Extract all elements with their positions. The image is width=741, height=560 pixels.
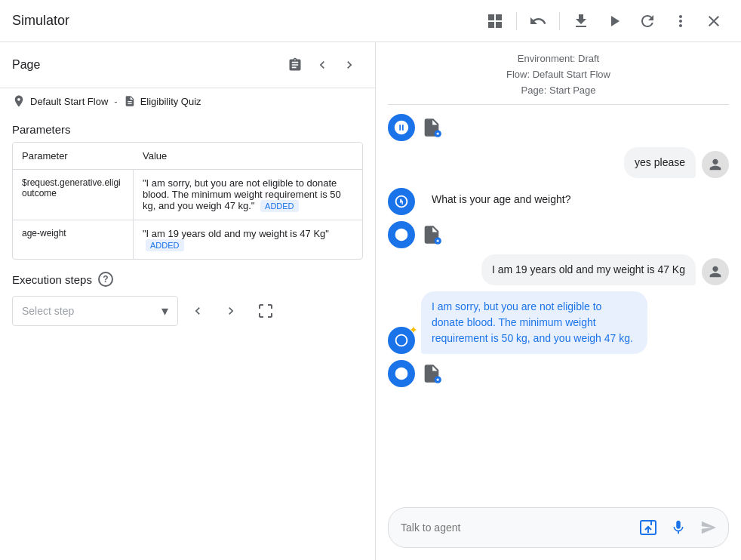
dropdown-arrow-icon: ▾ bbox=[161, 303, 168, 319]
chat-input-area bbox=[376, 498, 741, 560]
flow-name: Default Start Flow bbox=[30, 96, 108, 107]
agent-bubble-ai: I am sorry, but you are not eligible to … bbox=[421, 291, 647, 354]
col-value: Value bbox=[134, 143, 362, 169]
param-value-1: "I am 19 years old and my weight is 47 K… bbox=[134, 220, 362, 259]
download-button[interactable] bbox=[566, 6, 596, 36]
more-vert-button[interactable] bbox=[666, 6, 696, 36]
chat-row-agent-ai: ✦ I am sorry, but you are not eligible t… bbox=[388, 291, 729, 354]
execution-controls: Select step ▾ bbox=[12, 296, 363, 326]
param-name-1: age-weight bbox=[13, 220, 134, 259]
agent-bubble-1: What is your age and weight? bbox=[421, 184, 581, 215]
page-item: Eligibility Quiz bbox=[124, 95, 201, 107]
right-panel: Environment: Draft Flow: Default Start F… bbox=[376, 42, 741, 560]
table-row: $request.generative.eligioutcome "I am s… bbox=[13, 170, 362, 220]
focus-button[interactable] bbox=[251, 296, 281, 326]
chat-row-doc-3 bbox=[388, 360, 729, 387]
chat-row-user-1: yes please bbox=[388, 147, 729, 178]
undo-button[interactable] bbox=[523, 6, 553, 36]
step-prev-button[interactable] bbox=[184, 297, 211, 325]
chat-input-box bbox=[388, 507, 729, 548]
param-name-0: $request.generative.eligioutcome bbox=[13, 170, 134, 220]
agent-avatar-2 bbox=[388, 188, 415, 215]
page-header: Page bbox=[0, 42, 375, 88]
page-icon bbox=[124, 95, 136, 107]
agent-avatar-1 bbox=[388, 114, 415, 141]
prev-button[interactable] bbox=[309, 51, 336, 78]
doc-icon-2 bbox=[421, 221, 442, 248]
added-badge-1: ADDED bbox=[146, 239, 184, 251]
left-panel: Page Default Start Flow - bbox=[0, 42, 376, 560]
chat-row-doc-2 bbox=[388, 221, 729, 248]
divider-2 bbox=[559, 12, 560, 30]
next-button[interactable] bbox=[336, 51, 363, 78]
added-badge-0: ADDED bbox=[260, 200, 299, 212]
step-select-label: Select step bbox=[22, 305, 74, 317]
chat-row-user-2: I am 19 years old and my weight is 47 Kg bbox=[388, 254, 729, 285]
flow-sep: - bbox=[114, 96, 117, 107]
help-icon[interactable]: ? bbox=[98, 272, 113, 287]
execution-steps-label: Execution steps bbox=[12, 273, 92, 286]
parameters-table: Parameter Value $request.generative.elig… bbox=[12, 142, 363, 260]
page-name: Eligibility Quiz bbox=[140, 96, 201, 107]
user-avatar-1 bbox=[702, 151, 729, 178]
enter-button[interactable] bbox=[635, 514, 662, 541]
table-header: Parameter Value bbox=[13, 143, 362, 170]
header-actions bbox=[480, 6, 729, 36]
doc-icon-1 bbox=[421, 114, 442, 141]
param-value-0: "I am sorry, but you are not eligible to… bbox=[134, 170, 362, 220]
divider-1 bbox=[516, 12, 517, 30]
agent-avatar-4 bbox=[388, 360, 415, 387]
table-row: age-weight "I am 19 years old and my wei… bbox=[13, 220, 362, 259]
send-button[interactable] bbox=[695, 514, 722, 541]
user-avatar-2 bbox=[702, 258, 729, 285]
flow-icon bbox=[12, 94, 26, 108]
env-info: Environment: Draft Flow: Default Start F… bbox=[376, 42, 741, 104]
clipboard-button[interactable] bbox=[281, 51, 309, 78]
chat-input-field[interactable] bbox=[401, 522, 632, 534]
doc-icon-3 bbox=[421, 360, 442, 387]
execution-section: Execution steps ? Select step ▾ bbox=[0, 260, 375, 338]
execution-label-row: Execution steps ? bbox=[12, 272, 363, 287]
page-section-title: Page bbox=[12, 58, 281, 72]
main-content: Page Default Start Flow - bbox=[0, 42, 741, 560]
user-bubble-1: yes please bbox=[624, 147, 696, 178]
col-parameter: Parameter bbox=[13, 143, 134, 169]
refresh-button[interactable] bbox=[632, 6, 663, 36]
sparkle-icon: ✦ bbox=[409, 324, 418, 336]
flow-info: Default Start Flow - Eligibility Quiz bbox=[0, 88, 375, 117]
env-line2: Flow: Default Start Flow bbox=[388, 67, 729, 83]
header: Simulator bbox=[0, 0, 741, 42]
chat-row-doc-1 bbox=[388, 114, 729, 141]
parameters-label: Parameters bbox=[0, 117, 375, 142]
agent-avatar-3 bbox=[388, 221, 415, 248]
env-line1: Environment: Draft bbox=[388, 51, 729, 67]
grid-view-button[interactable] bbox=[480, 6, 510, 36]
mic-button[interactable] bbox=[665, 514, 692, 541]
step-next-button[interactable] bbox=[217, 297, 244, 325]
app-title: Simulator bbox=[12, 13, 480, 29]
agent-avatar-ai: ✦ bbox=[388, 327, 415, 354]
close-button[interactable] bbox=[699, 6, 729, 36]
step-select-dropdown[interactable]: Select step ▾ bbox=[12, 296, 178, 326]
user-bubble-2: I am 19 years old and my weight is 47 Kg bbox=[481, 254, 696, 285]
chat-messages: yes please What is your age and weight? bbox=[376, 105, 741, 498]
flow-item: Default Start Flow bbox=[12, 94, 108, 108]
env-line3: Page: Start Page bbox=[388, 83, 729, 99]
chat-row-agent-1: What is your age and weight? bbox=[388, 184, 729, 215]
play-button[interactable] bbox=[599, 6, 629, 36]
